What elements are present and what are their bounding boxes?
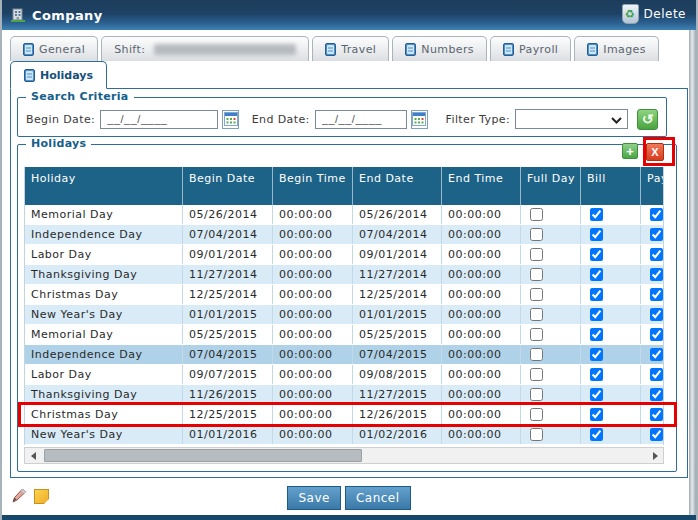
bill-cell [581, 285, 641, 304]
begin-time-cell: 00:00:00 [273, 385, 353, 404]
end-date-calendar-button[interactable] [411, 110, 428, 129]
column-header-bill: Bill [581, 167, 641, 205]
tab-payroll-label: Payroll [519, 43, 558, 56]
pay-checkbox[interactable] [650, 368, 663, 381]
end-date-input[interactable] [315, 110, 407, 129]
full-day-cell [521, 305, 581, 324]
tab-travel[interactable]: Travel [312, 36, 389, 61]
bill-checkbox[interactable] [590, 388, 603, 401]
full-day-checkbox[interactable] [530, 348, 543, 361]
save-button[interactable]: Save [287, 486, 340, 510]
full-day-checkbox[interactable] [530, 428, 543, 441]
full-day-cell [521, 265, 581, 284]
pay-cell [641, 205, 664, 224]
search-criteria-legend: Search Criteria [26, 90, 134, 103]
full-day-checkbox[interactable] [530, 248, 543, 261]
scrollbar-thumb[interactable] [44, 449, 362, 462]
full-day-checkbox[interactable] [530, 308, 543, 321]
delete-button[interactable]: ♻ Delete [622, 4, 686, 24]
pay-checkbox[interactable] [650, 348, 663, 361]
pay-checkbox[interactable] [650, 428, 663, 441]
pay-checkbox[interactable] [650, 388, 663, 401]
holidays-tab-panel: Search Criteria Begin Date: End Date: [10, 88, 688, 478]
tab-general[interactable]: General [10, 36, 98, 61]
full-day-checkbox[interactable] [530, 288, 543, 301]
tab-shift[interactable]: Shift: [101, 36, 309, 61]
full-day-cell [521, 285, 581, 304]
pay-checkbox[interactable] [650, 308, 663, 321]
full-day-checkbox[interactable] [530, 208, 543, 221]
holiday-table-row[interactable]: Memorial Day 05/25/2015 00:00:00 05/25/2… [25, 325, 664, 345]
bill-cell [581, 365, 641, 384]
add-holiday-button[interactable]: + [622, 143, 638, 159]
bill-checkbox[interactable] [590, 308, 603, 321]
full-day-checkbox[interactable] [530, 368, 543, 381]
bill-checkbox[interactable] [590, 228, 603, 241]
holiday-table-row[interactable]: Independence Day 07/04/2014 00:00:00 07/… [25, 225, 664, 245]
bill-checkbox[interactable] [590, 288, 603, 301]
full-day-checkbox[interactable] [530, 228, 543, 241]
holiday-table-row[interactable]: Independence Day 07/04/2015 00:00:00 07/… [25, 345, 664, 365]
holiday-table-row[interactable]: New Year's Day 01/01/2015 00:00:00 01/01… [25, 305, 664, 325]
scroll-right-button[interactable] [647, 448, 663, 463]
filter-type-select[interactable] [515, 109, 628, 129]
title-bar: Company ♻ Delete [2, 0, 696, 30]
bill-checkbox[interactable] [590, 328, 603, 341]
bill-checkbox[interactable] [590, 208, 603, 221]
bill-checkbox[interactable] [590, 268, 603, 281]
pay-cell [641, 365, 664, 384]
end-time-cell: 00:00:00 [442, 225, 521, 244]
holiday-cell: Thanksgiving Day [25, 265, 183, 284]
holiday-table-row[interactable]: Thanksgiving Day 11/27/2014 00:00:00 11/… [25, 265, 664, 285]
holiday-table-row[interactable]: Christmas Day 12/25/2015 00:00:00 12/26/… [25, 405, 664, 425]
end-time-cell: 00:00:00 [442, 405, 521, 424]
bill-checkbox[interactable] [590, 428, 603, 441]
tab-holidays[interactable]: Holidays [10, 61, 107, 89]
full-day-checkbox[interactable] [530, 268, 543, 281]
refresh-icon: ↺ [642, 111, 654, 127]
cancel-button[interactable]: Cancel [345, 486, 411, 510]
begin-date-input[interactable] [100, 110, 218, 129]
full-day-checkbox[interactable] [530, 388, 543, 401]
pay-checkbox[interactable] [650, 228, 663, 241]
delete-holiday-button[interactable]: X [646, 143, 664, 161]
holiday-table-row[interactable]: New Year's Day 01/01/2016 00:00:00 01/02… [25, 425, 664, 445]
begin-time-cell: 00:00:00 [273, 365, 353, 384]
begin-date-cell: 09/07/2015 [183, 365, 273, 384]
search-criteria-section: Search Criteria Begin Date: End Date: [17, 97, 667, 137]
bill-checkbox[interactable] [590, 348, 603, 361]
pay-checkbox[interactable] [650, 208, 663, 221]
pay-cell [641, 225, 664, 244]
holiday-table-row[interactable]: Labor Day 09/01/2014 00:00:00 09/01/2014… [25, 245, 664, 265]
bill-cell [581, 305, 641, 324]
pay-checkbox[interactable] [650, 288, 663, 301]
holiday-table-row[interactable]: Thanksgiving Day 11/26/2015 00:00:00 11/… [25, 385, 664, 405]
holidays-section: Holidays + X HolidayBegin DateBegin Time… [17, 144, 677, 472]
bill-checkbox[interactable] [590, 368, 603, 381]
pay-cell [641, 285, 664, 304]
pay-checkbox[interactable] [650, 268, 663, 281]
end-date-cell: 12/25/2014 [353, 285, 442, 304]
full-day-checkbox[interactable] [530, 408, 543, 421]
tab-images[interactable]: Images [574, 36, 659, 61]
horizontal-scrollbar[interactable] [24, 447, 664, 464]
holiday-table-row[interactable]: Labor Day 09/07/2015 00:00:00 09/08/2015… [25, 365, 664, 385]
begin-date-calendar-button[interactable] [222, 110, 239, 129]
holiday-table-row[interactable]: Memorial Day 05/26/2014 00:00:00 05/26/2… [25, 205, 664, 225]
refresh-button[interactable]: ↺ [637, 109, 658, 130]
holiday-cell: Christmas Day [25, 405, 183, 424]
full-day-cell [521, 345, 581, 364]
holiday-table-row[interactable]: Christmas Day 12/25/2014 00:00:00 12/25/… [25, 285, 664, 305]
full-day-checkbox[interactable] [530, 328, 543, 341]
end-date-label: End Date: [252, 113, 310, 126]
begin-date-cell: 12/25/2014 [183, 285, 273, 304]
pay-checkbox[interactable] [650, 248, 663, 261]
full-day-cell [521, 425, 581, 444]
pay-checkbox[interactable] [650, 328, 663, 341]
bill-checkbox[interactable] [590, 248, 603, 261]
tab-payroll[interactable]: Payroll [490, 36, 571, 61]
tab-numbers[interactable]: Numbers [392, 36, 487, 61]
bill-checkbox[interactable] [590, 408, 603, 421]
pay-checkbox[interactable] [650, 408, 663, 421]
scroll-left-button[interactable] [25, 448, 41, 463]
